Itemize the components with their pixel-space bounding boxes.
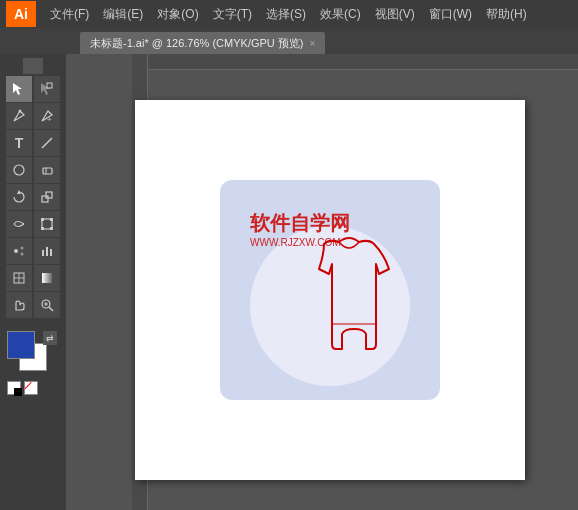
menu-effect[interactable]: 效果(C)	[314, 3, 367, 26]
horizontal-ruler	[148, 54, 578, 70]
garment-outline	[294, 234, 414, 374]
document-canvas: 软件自学网 WWW.RJZXW.COM	[135, 100, 525, 480]
tab-bar: 未标题-1.ai* @ 126.76% (CMYK/GPU 预览) ×	[0, 28, 578, 54]
svg-rect-21	[46, 247, 48, 256]
mesh-tool[interactable]	[6, 265, 32, 291]
menu-help[interactable]: 帮助(H)	[480, 3, 533, 26]
ellipse-tool[interactable]	[6, 157, 32, 183]
canvas-area: 软件自学网 WWW.RJZXW.COM	[66, 54, 578, 510]
gradient-tool[interactable]	[34, 265, 60, 291]
artwork-container: 软件自学网 WWW.RJZXW.COM	[150, 115, 510, 465]
tool-row-1	[3, 76, 63, 102]
color-section: ⇄	[3, 327, 63, 399]
tool-row-5	[3, 184, 63, 210]
free-transform-tool[interactable]	[34, 211, 60, 237]
menu-window[interactable]: 窗口(W)	[423, 3, 478, 26]
svg-rect-2	[47, 83, 52, 88]
default-colors-button[interactable]	[7, 381, 21, 395]
swap-colors-button[interactable]: ⇄	[43, 331, 57, 345]
symbol-tool[interactable]	[6, 238, 32, 264]
tool-row-9	[3, 292, 63, 318]
type-tool[interactable]: T	[6, 130, 32, 156]
zoom-tool[interactable]	[34, 292, 60, 318]
direct-selection-tool[interactable]	[34, 76, 60, 102]
tool-row-4	[3, 157, 63, 183]
pen-tool[interactable]	[6, 103, 32, 129]
svg-point-18	[21, 247, 24, 250]
warp-tool[interactable]	[6, 211, 32, 237]
svg-text:+: +	[47, 115, 52, 123]
left-toolbar: + T	[0, 54, 66, 510]
tool-row-7	[3, 238, 63, 264]
tool-row-8	[3, 265, 63, 291]
none-color-button[interactable]	[24, 381, 38, 395]
svg-rect-13	[41, 218, 44, 221]
menu-text[interactable]: 文字(T)	[207, 3, 258, 26]
svg-rect-26	[42, 273, 52, 283]
svg-rect-11	[46, 192, 52, 198]
main-area: + T	[0, 54, 578, 510]
menu-view[interactable]: 视图(V)	[369, 3, 421, 26]
ruler	[23, 58, 43, 74]
svg-rect-15	[41, 227, 44, 230]
tab-label: 未标题-1.ai* @ 126.76% (CMYK/GPU 预览)	[90, 36, 304, 51]
line-tool[interactable]	[34, 130, 60, 156]
document-tab[interactable]: 未标题-1.ai* @ 126.76% (CMYK/GPU 预览) ×	[80, 32, 325, 54]
svg-point-17	[14, 249, 18, 253]
svg-rect-7	[43, 168, 52, 174]
fill-swatch[interactable]	[7, 331, 35, 359]
svg-rect-22	[50, 249, 52, 256]
svg-rect-20	[42, 250, 44, 256]
svg-marker-0	[13, 83, 22, 95]
rotate-tool[interactable]	[6, 184, 32, 210]
menu-object[interactable]: 对象(O)	[151, 3, 204, 26]
svg-point-3	[19, 110, 22, 113]
svg-rect-14	[50, 218, 53, 221]
svg-point-19	[21, 253, 24, 256]
svg-line-28	[49, 307, 53, 311]
add-anchor-tool[interactable]: +	[34, 103, 60, 129]
menu-select[interactable]: 选择(S)	[260, 3, 312, 26]
tool-row-6	[3, 211, 63, 237]
scale-tool[interactable]	[34, 184, 60, 210]
app-logo: Ai	[6, 1, 36, 27]
menu-file[interactable]: 文件(F)	[44, 3, 95, 26]
menu-edit[interactable]: 编辑(E)	[97, 3, 149, 26]
watermark-main-text: 软件自学网	[250, 210, 350, 237]
column-graph-tool[interactable]	[34, 238, 60, 264]
tab-close-button[interactable]: ×	[310, 38, 316, 49]
svg-rect-16	[50, 227, 53, 230]
svg-marker-1	[41, 83, 50, 95]
selection-tool[interactable]	[6, 76, 32, 102]
svg-line-5	[42, 138, 52, 148]
tool-row-2: +	[3, 103, 63, 129]
tool-row-3: T	[3, 130, 63, 156]
svg-rect-10	[42, 196, 48, 202]
hand-tool[interactable]	[6, 292, 32, 318]
svg-point-6	[14, 165, 24, 175]
title-bar: Ai 文件(F) 编辑(E) 对象(O) 文字(T) 选择(S) 效果(C) 视…	[0, 0, 578, 28]
menu-bar: 文件(F) 编辑(E) 对象(O) 文字(T) 选择(S) 效果(C) 视图(V…	[44, 3, 572, 26]
eraser-tool[interactable]	[34, 157, 60, 183]
